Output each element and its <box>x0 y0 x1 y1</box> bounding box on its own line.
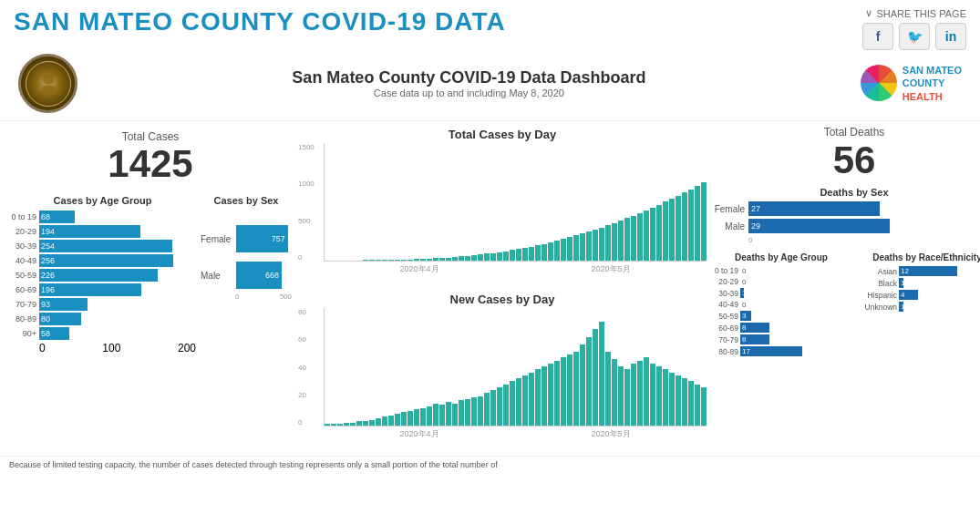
dsex-bar-fill: 27 <box>748 201 880 216</box>
sex-bar-fill: 757 <box>236 225 288 252</box>
age-bar-container: 194 <box>39 225 196 238</box>
new-cases-bar <box>337 424 343 426</box>
new-cases-bar <box>561 357 566 426</box>
new-cases-bar <box>650 364 655 426</box>
age-axis-100: 100 <box>102 342 120 354</box>
new-cases-bar <box>612 359 617 426</box>
cases-charts-row: Cases by Age Group 0 to 19 68 20-29 194 … <box>9 194 292 354</box>
deaths-by-race-title: Deaths by Race/Ethnicity <box>859 252 980 263</box>
deaths-race-row: Asian 12 <box>859 266 980 276</box>
y-label-1500: 1500 <box>298 143 315 151</box>
new-cases-bar <box>656 366 662 426</box>
da-label: 30-39 <box>713 289 738 298</box>
age-bar-value: 256 <box>39 256 55 265</box>
dashboard-subtitle: Case data up to and including May 8, 202… <box>77 87 861 98</box>
age-bars: 0 to 19 68 20-29 194 30-39 254 40-49 256… <box>9 211 196 340</box>
age-bar-label: 80-89 <box>9 314 36 324</box>
new-cases-bar <box>465 399 470 426</box>
sex-bar-label: Male <box>201 271 232 281</box>
y-label-60: 60 <box>298 335 306 344</box>
race-bar-fill: 12 <box>899 266 957 276</box>
deaths-age-row: 20-29 0 <box>713 277 850 286</box>
new-cases-bar <box>356 421 362 426</box>
x-label-may: 2020年5月 <box>591 263 630 275</box>
y-label-0: 0 <box>298 253 315 262</box>
total-cases-bar <box>369 260 375 261</box>
age-bar-value: 226 <box>39 271 55 280</box>
new-cases-bar <box>497 387 502 426</box>
total-cases-stat: Total Cases 1425 <box>9 126 292 190</box>
total-cases-bars <box>324 143 707 262</box>
total-cases-bar <box>395 260 400 261</box>
sex-bar-fill: 668 <box>236 262 282 289</box>
linkedin-share-button[interactable]: in <box>935 23 966 50</box>
x-label-april2: 2020年4月 <box>399 428 438 440</box>
total-cases-bar <box>503 252 509 261</box>
da-zero-value: 0 <box>740 301 746 309</box>
new-cases-bar <box>624 369 630 426</box>
new-cases-bar <box>593 329 598 426</box>
total-cases-bar <box>548 242 553 261</box>
da-zero-value: 0 <box>740 267 746 275</box>
cases-by-age-title: Cases by Age Group <box>9 194 196 207</box>
sex-bars: Female 757 Male 668 <box>201 225 292 289</box>
total-cases-bar <box>612 223 617 261</box>
total-cases-bar <box>701 182 707 261</box>
x-label-april: 2020年4月 <box>399 263 438 275</box>
new-cases-bar <box>695 385 700 426</box>
facebook-share-button[interactable]: f <box>862 23 893 50</box>
new-cases-bar <box>548 364 553 426</box>
new-cases-bar <box>401 412 407 426</box>
svg-point-3 <box>51 74 55 77</box>
age-bar-value: 93 <box>39 300 50 309</box>
center-panel: Total Cases by Day 1500 1000 500 0 2020年… <box>296 126 708 451</box>
new-cases-bar <box>522 375 528 426</box>
y-label-500: 500 <box>298 217 315 225</box>
deaths-age-row: 40-49 0 <box>713 300 850 309</box>
race-label: Hispanic <box>859 291 897 300</box>
da-label: 20-29 <box>713 277 738 286</box>
age-bar-fill: 93 <box>39 298 88 311</box>
total-cases-y-axis: 1500 1000 500 0 <box>298 143 315 262</box>
total-cases-bar <box>382 260 387 261</box>
age-bar-row: 30-39 254 <box>9 240 196 252</box>
deaths-male-row: Male 29 <box>713 219 980 233</box>
new-cases-bar <box>325 424 330 426</box>
dsex-value: 29 <box>751 221 760 231</box>
age-bar-container: 68 <box>39 211 196 223</box>
deaths-female-row: Female 27 <box>713 201 980 216</box>
new-cases-bar <box>382 416 387 426</box>
new-cases-bar <box>452 404 458 426</box>
da-label: 60-69 <box>713 324 738 333</box>
age-bar-label: 90+ <box>9 329 36 338</box>
dashboard-header-center: San Mateo County COVID-19 Data Dashboard… <box>77 68 861 98</box>
sex-axis-500: 500 <box>280 293 292 301</box>
age-bar-container: 196 <box>39 283 196 296</box>
twitter-share-button[interactable]: 🐦 <box>899 23 930 50</box>
age-bar-container: 226 <box>39 269 196 282</box>
new-cases-bar <box>369 420 375 426</box>
total-cases-bar <box>490 253 496 261</box>
new-cases-bar <box>344 423 349 426</box>
county-seal <box>18 54 77 113</box>
total-cases-bar <box>388 260 394 261</box>
new-cases-by-day-title: New Cases by Day <box>298 293 707 306</box>
da-bar-fill: 8 <box>740 323 769 333</box>
age-bar-value: 68 <box>39 212 50 221</box>
y-label-20: 20 <box>298 391 306 399</box>
dsex-bar-fill: 29 <box>748 219 890 233</box>
dsex-value: 27 <box>751 204 760 213</box>
new-cases-by-day-chart: New Cases by Day 80 60 40 20 0 2020年4月 2… <box>296 291 708 451</box>
age-bar-row: 40-49 256 <box>9 254 196 267</box>
total-cases-by-day-chart: Total Cases by Day 1500 1000 500 0 2020年… <box>296 126 708 286</box>
age-bar-container: 254 <box>39 240 196 252</box>
age-bar-fill: 68 <box>39 211 75 223</box>
race-bar-fill: 4 <box>899 290 918 300</box>
dashboard-header: San Mateo County COVID-19 Data Dashboard… <box>0 54 980 121</box>
new-cases-bar <box>535 369 541 426</box>
race-bar-fill: 1 <box>899 302 903 312</box>
color-wheel-icon <box>861 65 897 101</box>
da-label: 0 to 19 <box>713 266 738 275</box>
age-bar-row: 80-89 80 <box>9 313 196 325</box>
deaths-age-row: 50-59 3 <box>713 311 850 321</box>
